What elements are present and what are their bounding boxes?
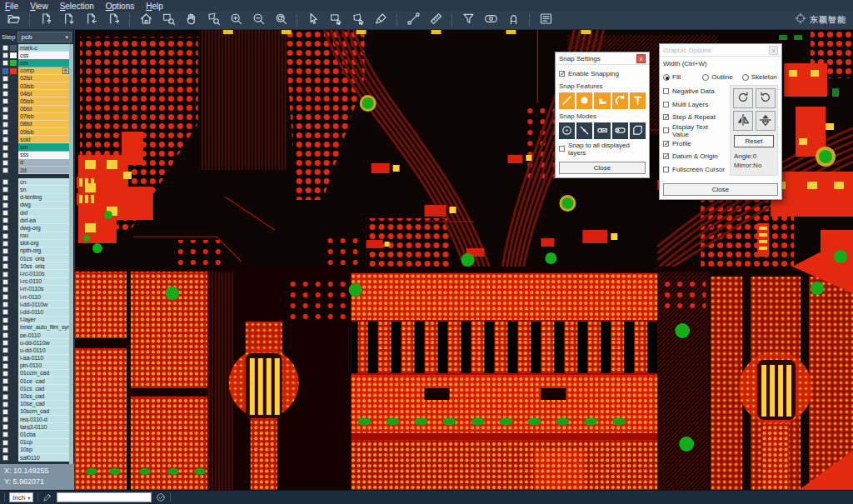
graphic-option-row[interactable]: Step & Repeat (663, 111, 726, 124)
file-right-button[interactable] (103, 12, 123, 29)
layer-visibility-checkbox[interactable] (2, 356, 8, 362)
layer-row[interactable]: i-dd-0110 (0, 308, 69, 316)
layer-row[interactable]: 01ccm_cad (0, 370, 69, 377)
view-eye-button[interactable] (481, 12, 501, 29)
layer-row[interactable]: 2d (0, 167, 69, 174)
width-radio-fill[interactable]: Fill (663, 73, 699, 81)
layer-visibility-checkbox[interactable] (2, 302, 8, 307)
layer-visibility-checkbox[interactable] (2, 160, 8, 166)
grid-badge-icon[interactable]: B (62, 67, 69, 74)
layer-visibility-checkbox[interactable] (2, 145, 8, 151)
layer-row[interactable]: u-dd-0110 (0, 347, 69, 354)
layer-visibility-checkbox[interactable] (2, 440, 8, 446)
layer-row[interactable]: dxf (0, 209, 69, 217)
snap-feature-pad-circle-button[interactable] (576, 92, 592, 109)
layer-row[interactable]: 01cs_cad (0, 385, 69, 392)
open-folder-button[interactable] (3, 12, 23, 29)
snap-feature-surface-button[interactable] (594, 92, 610, 109)
width-radio-skeleton[interactable]: Skeleton (742, 73, 778, 81)
snap-all-layers-option[interactable]: Snap to all displayed layers (559, 143, 646, 154)
layer-visibility-checkbox[interactable] (2, 455, 8, 461)
layer-row[interactable]: npth-org (0, 247, 69, 255)
layer-visibility-checkbox[interactable] (2, 233, 8, 239)
center-snap-button[interactable] (559, 122, 575, 139)
graphic-option-row[interactable]: Multi Layers (663, 98, 726, 112)
layer-row[interactable]: 02lst (0, 75, 69, 82)
measure-line-button[interactable] (403, 12, 423, 29)
close-icon[interactable]: x (769, 46, 778, 55)
graphic-option-row[interactable]: Negative Data (663, 85, 726, 98)
paint-brush-button[interactable] (371, 12, 391, 29)
layer-visibility-checkbox[interactable] (2, 263, 8, 269)
layer-visibility-checkbox[interactable] (2, 129, 8, 135)
select-rectangle-button[interactable] (326, 12, 346, 29)
layer-row[interactable]: sm (0, 143, 69, 151)
layer-visibility-checkbox[interactable] (2, 417, 8, 422)
graphic-option-row[interactable]: Datum & Origin (663, 150, 726, 163)
pan-hand-button[interactable] (181, 12, 201, 29)
layer-row[interactable]: cn (0, 178, 69, 186)
layer-visibility-checkbox[interactable] (2, 210, 8, 216)
step-dropdown[interactable]: pcb ▾ (17, 32, 72, 42)
pad-entry-snap-button[interactable] (594, 122, 610, 139)
layer-row[interactable]: 08lst (0, 121, 69, 128)
menu-selection[interactable]: Selection (60, 2, 94, 11)
graphic-option-row[interactable]: Fullscreen Cursor (663, 163, 726, 177)
layer-row[interactable]: sss (0, 152, 69, 159)
layer-row[interactable]: targ3-0110 (0, 423, 69, 431)
layer-visibility-checkbox[interactable] (2, 347, 8, 353)
layer-list-scrollbar[interactable] (69, 44, 73, 464)
option-checkbox[interactable] (663, 127, 669, 133)
layer-visibility-checkbox[interactable] (2, 167, 8, 173)
layer-visibility-checkbox[interactable] (2, 309, 8, 315)
snap-feature-text-button[interactable] (630, 92, 646, 109)
option-checkbox[interactable] (663, 102, 669, 107)
enable-snapping-option[interactable]: Enable Snapping (559, 68, 646, 79)
layer-row[interactable]: 10sp (0, 447, 69, 454)
layer-visibility-checkbox[interactable] (2, 332, 8, 338)
layer-row[interactable]: 10scm_cad (0, 408, 69, 416)
option-checkbox[interactable] (663, 153, 669, 159)
layer-row[interactable]: 04lst (0, 90, 69, 97)
file-up-button[interactable] (36, 12, 56, 29)
layer-visibility-checkbox[interactable] (2, 424, 8, 430)
layer-row[interactable]: css (0, 52, 69, 59)
layer-row[interactable]: i-rc-0110s (0, 270, 69, 277)
layer-visibility-checkbox[interactable] (2, 371, 8, 377)
layer-visibility-checkbox[interactable] (2, 386, 8, 392)
layer-list[interactable]: mark-ccsscmcompB02lst03lsb04lst05lsb06ls… (0, 44, 69, 464)
snap-settings-titlebar[interactable]: Snap Settings x (556, 52, 649, 65)
select-arrow-button[interactable] (303, 12, 323, 29)
layer-visibility-checkbox[interactable] (2, 98, 8, 104)
layer-visibility-checkbox[interactable] (2, 107, 8, 112)
layer-visibility-checkbox[interactable] (2, 152, 8, 158)
layer-visibility-checkbox[interactable] (2, 279, 8, 285)
measure-ruler-button[interactable] (426, 12, 446, 29)
layer-visibility-checkbox[interactable] (2, 83, 8, 89)
layer-row[interactable]: inner_auto_film_symb (0, 324, 69, 332)
zoom-out-button[interactable] (248, 12, 268, 29)
layer-row[interactable]: 10ss_orig (0, 262, 69, 270)
layer-row[interactable]: mark-c (0, 44, 69, 52)
layer-row[interactable]: 01cs_orig (0, 255, 69, 262)
snap-feature-line-button[interactable] (559, 92, 575, 109)
layer-row[interactable]: 07lsb (0, 113, 69, 121)
contour-snap-button[interactable] (630, 122, 646, 139)
layer-row[interactable]: cm (0, 59, 69, 67)
layer-visibility-checkbox[interactable] (2, 187, 8, 192)
layer-row[interactable]: sold (0, 136, 69, 143)
option-checkbox[interactable] (663, 141, 669, 147)
menu-file[interactable]: File (5, 2, 18, 11)
graphic-option-row[interactable]: Display Text Value (663, 124, 726, 137)
unit-dropdown[interactable]: Inch ▾ (9, 492, 33, 502)
flip-horizontal-button[interactable] (733, 111, 753, 131)
layer-visibility-checkbox[interactable] (2, 91, 8, 97)
radio-icon[interactable] (742, 74, 749, 81)
menu-view[interactable]: View (30, 2, 48, 11)
layer-visibility-checkbox[interactable] (2, 394, 8, 400)
menu-help[interactable]: Help (146, 2, 163, 11)
snap-all-layers-checkbox[interactable] (559, 146, 565, 152)
layer-visibility-checkbox[interactable] (2, 378, 8, 384)
layer-visibility-checkbox[interactable] (2, 225, 8, 231)
home-view-button[interactable] (136, 12, 156, 29)
